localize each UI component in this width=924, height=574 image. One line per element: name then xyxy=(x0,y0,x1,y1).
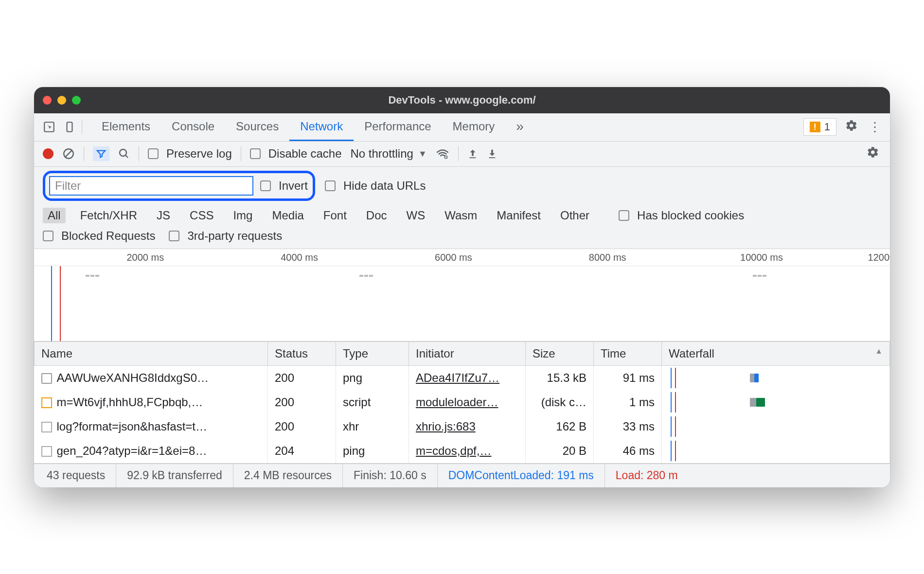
svg-rect-7 xyxy=(469,157,476,158)
filter-toggle-icon[interactable] xyxy=(93,146,109,161)
status-transferred: 92.9 kB transferred xyxy=(116,464,233,487)
col-type[interactable]: Type xyxy=(336,341,409,365)
timeline-tick: 2000 ms xyxy=(126,252,164,263)
status-finish: Finish: 10.60 s xyxy=(343,464,438,487)
col-time[interactable]: Time xyxy=(594,341,662,365)
status-resources: 2.4 MB resources xyxy=(233,464,343,487)
file-icon xyxy=(41,422,52,432)
col-initiator[interactable]: Initiator xyxy=(409,341,526,365)
titlebar: DevTools - www.google.com/ xyxy=(34,87,890,113)
separator xyxy=(84,146,84,161)
invert-label: Invert xyxy=(279,179,308,193)
svg-point-4 xyxy=(120,149,126,156)
requests-table: Name Status Type Initiator Size Time Wat… xyxy=(34,341,890,463)
type-filter-row: AllFetch/XHRJSCSSImgMediaFontDocWSWasmMa… xyxy=(34,205,890,226)
table-row[interactable]: m=Wt6vjf,hhhU8,FCpbqb,…200scriptmodulelo… xyxy=(35,390,890,414)
import-har-icon[interactable] xyxy=(467,148,478,160)
has-blocked-cookies-checkbox[interactable]: Has blocked cookies xyxy=(619,209,744,222)
warning-icon: ! xyxy=(810,122,820,132)
disable-cache-label: Disable cache xyxy=(268,147,342,161)
separator xyxy=(82,120,82,134)
devtools-window: DevTools - www.google.com/ ElementsConso… xyxy=(34,87,890,487)
type-chip-media[interactable]: Media xyxy=(267,208,308,223)
col-waterfall[interactable]: Waterfall xyxy=(662,341,890,365)
issues-badge[interactable]: ! 1 xyxy=(803,118,836,136)
type-chip-font[interactable]: Font xyxy=(319,208,352,223)
tab-performance[interactable]: Performance xyxy=(354,113,442,141)
third-party-checkbox[interactable]: 3rd-party requests xyxy=(169,229,282,243)
window-title: DevTools - www.google.com/ xyxy=(34,94,890,107)
status-load: Load: 280 m xyxy=(605,464,689,487)
export-har-icon[interactable] xyxy=(487,148,498,160)
tab-console[interactable]: Console xyxy=(161,113,225,141)
clear-icon[interactable] xyxy=(62,147,75,160)
throttling-select[interactable]: No throttling ▼ xyxy=(350,147,426,161)
col-status[interactable]: Status xyxy=(268,341,336,365)
type-chip-ws[interactable]: WS xyxy=(402,208,430,223)
extra-filter-row: Blocked Requests 3rd-party requests xyxy=(34,226,890,249)
filter-highlight: Invert xyxy=(43,171,315,201)
type-chip-wasm[interactable]: Wasm xyxy=(440,208,482,223)
more-menu-icon[interactable]: ⋮ xyxy=(867,120,883,135)
overview-timeline[interactable]: 2000 ms4000 ms6000 ms8000 ms10000 ms1200… xyxy=(34,249,890,341)
file-icon xyxy=(41,373,52,384)
tab-elements[interactable]: Elements xyxy=(91,113,161,141)
table-row[interactable]: AAWUweXANHG8IddxgS0…200pngADea4I7IfZu7…1… xyxy=(35,365,890,390)
col-name[interactable]: Name xyxy=(35,341,268,365)
settings-icon[interactable] xyxy=(843,119,860,135)
network-settings-icon[interactable] xyxy=(865,146,881,162)
search-icon[interactable] xyxy=(118,148,130,160)
device-icon[interactable] xyxy=(61,119,78,135)
invert-checkbox[interactable]: Invert xyxy=(260,179,308,193)
separator xyxy=(241,146,241,161)
svg-rect-1 xyxy=(67,122,72,132)
close-icon[interactable] xyxy=(43,96,52,105)
zoom-icon[interactable] xyxy=(72,96,81,105)
record-button[interactable] xyxy=(43,148,53,159)
svg-line-3 xyxy=(65,150,72,157)
timeline-tick: 10000 ms xyxy=(740,252,783,263)
file-icon xyxy=(41,397,52,408)
tab-network[interactable]: Network xyxy=(289,113,354,141)
status-dcl: DOMContentLoaded: 191 ms xyxy=(438,464,605,487)
hide-data-urls-label: Hide data URLs xyxy=(343,179,426,193)
table-row[interactable]: gen_204?atyp=i&r=1&ei=8…204pingm=cdos,dp… xyxy=(35,439,890,463)
minimize-icon[interactable] xyxy=(57,96,66,105)
timeline-tick: 8000 ms xyxy=(589,252,626,263)
network-conditions-icon[interactable] xyxy=(436,148,449,160)
separator xyxy=(458,146,459,161)
tab-sources[interactable]: Sources xyxy=(225,113,289,141)
filter-input[interactable] xyxy=(49,176,253,196)
blocked-requests-checkbox[interactable]: Blocked Requests xyxy=(43,229,155,243)
panel-tabs: ElementsConsoleSourcesNetworkPerformance… xyxy=(34,113,890,142)
window-controls xyxy=(43,96,81,105)
type-chip-doc[interactable]: Doc xyxy=(361,208,392,223)
disable-cache-checkbox[interactable]: Disable cache xyxy=(250,147,342,161)
col-size[interactable]: Size xyxy=(526,341,594,365)
status-requests: 43 requests xyxy=(36,464,116,487)
preserve-log-label: Preserve log xyxy=(166,147,232,161)
type-chip-img[interactable]: Img xyxy=(228,208,257,223)
type-chip-all[interactable]: All xyxy=(43,208,66,223)
preserve-log-checkbox[interactable]: Preserve log xyxy=(148,147,232,161)
chevron-down-icon: ▼ xyxy=(418,149,427,159)
type-chip-js[interactable]: JS xyxy=(152,208,175,223)
type-chip-manifest[interactable]: Manifest xyxy=(492,208,546,223)
type-chip-other[interactable]: Other xyxy=(555,208,594,223)
file-icon xyxy=(41,446,52,457)
svg-rect-8 xyxy=(489,157,495,158)
blocked-requests-label: Blocked Requests xyxy=(61,229,155,243)
network-toolbar: Preserve log Disable cache No throttling… xyxy=(34,142,890,167)
inspect-icon[interactable] xyxy=(41,119,57,135)
table-row[interactable]: log?format=json&hasfast=t…200xhrxhrio.js… xyxy=(35,414,890,439)
table-header-row: Name Status Type Initiator Size Time Wat… xyxy=(35,341,890,365)
issues-count: 1 xyxy=(824,121,830,133)
type-chip-css[interactable]: CSS xyxy=(185,208,218,223)
hide-data-urls-checkbox[interactable]: Hide data URLs xyxy=(325,179,426,193)
filter-bar: Invert Hide data URLs xyxy=(34,167,890,205)
more-tabs-button[interactable]: » xyxy=(509,113,531,141)
type-chip-fetch-xhr[interactable]: Fetch/XHR xyxy=(75,208,142,223)
tab-memory[interactable]: Memory xyxy=(442,113,506,141)
timeline-tick: 6000 ms xyxy=(435,252,472,263)
timeline-tick: 12000 xyxy=(868,252,890,263)
